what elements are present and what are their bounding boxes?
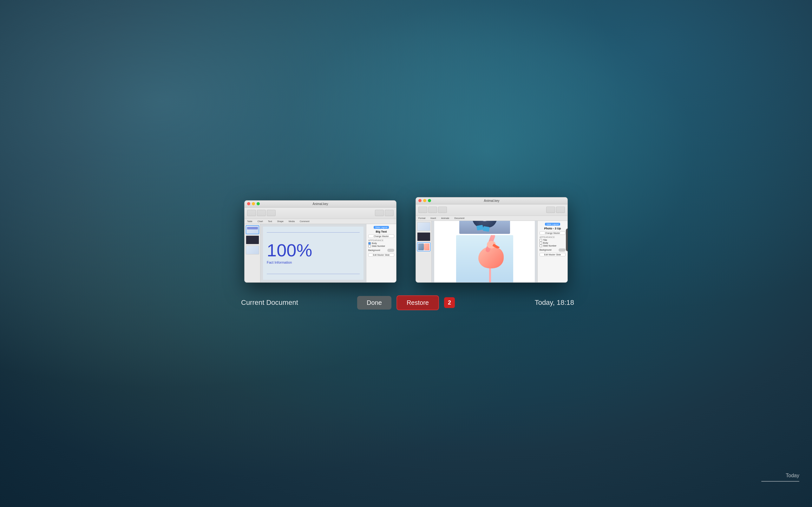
edit-master-btn-restored[interactable]: Edit Master Slide	[540, 253, 565, 257]
body-checkbox-current[interactable]	[368, 242, 371, 245]
toolbar-btn-1[interactable]	[247, 210, 256, 216]
window-title-restored: Animal.key	[484, 199, 500, 203]
minimize-button-restored[interactable]	[423, 199, 426, 202]
menu-item-table[interactable]: Table	[247, 220, 252, 222]
format-menu-item[interactable]: Format	[418, 217, 425, 219]
format-tabs-current: Slide Layout	[368, 226, 394, 229]
close-button-restored[interactable]	[418, 199, 421, 202]
restored-document-window[interactable]: Animal.key For	[415, 197, 568, 283]
menu-item-chart[interactable]: Chart	[258, 220, 263, 222]
slide-main-current: 100% Fact Information	[260, 224, 366, 282]
restored-date-label: Today, 18:18	[535, 298, 574, 307]
insert-menu-item[interactable]: Insert	[430, 217, 436, 219]
slide-thumb-2-restored[interactable]	[417, 232, 430, 241]
documents-area: Animal.key Tab	[244, 197, 568, 283]
nav-arrow-down[interactable]	[566, 240, 568, 251]
menu-row-current: Table Chart Text Shape Media Comment	[245, 219, 396, 224]
photo-bird	[459, 221, 510, 234]
format-title-row-restored: Title	[540, 239, 565, 241]
slide-main-restored	[432, 221, 537, 282]
menu-item-media[interactable]: Media	[289, 220, 295, 222]
body-label-restored: Body	[543, 242, 548, 244]
slide-number-checkbox-restored[interactable]	[540, 245, 542, 247]
toolbar-btn-r4[interactable]	[546, 207, 555, 213]
background-toggle-restored[interactable]	[559, 248, 565, 251]
slide-thumb-1-restored[interactable]	[417, 222, 430, 231]
maximize-button-current[interactable]	[257, 202, 260, 205]
nav-arrows-container: 1	[566, 228, 568, 251]
menu-item-shape[interactable]: Shape	[277, 220, 284, 222]
format-body-row-current: Body	[368, 242, 394, 245]
format-tab-slide-layout-restored[interactable]: Slide Layout	[545, 223, 560, 226]
toolbar-group-right-restored	[546, 207, 565, 213]
nav-arrow-up[interactable]	[566, 228, 568, 240]
menu-item-text[interactable]: Text	[268, 220, 272, 222]
format-master-name-restored: Photo - 3 Up	[540, 227, 565, 230]
slide-thumb-2-current[interactable]	[246, 235, 259, 244]
format-tab-slide-layout[interactable]: Slide Layout	[374, 226, 389, 229]
toolbar-btn-5[interactable]	[385, 210, 394, 216]
toolbar-btn-r3[interactable]	[438, 207, 447, 213]
slide-canvas-current: 100% Fact Information	[263, 227, 363, 280]
format-appearance-label-current: Appearance	[368, 239, 394, 241]
background-label-restored: Background	[540, 249, 551, 251]
animate-menu-item[interactable]: Animate	[441, 217, 450, 219]
edit-master-btn-current[interactable]: Edit Master Slide	[368, 253, 394, 257]
toolbar-btn-r1[interactable]	[418, 207, 427, 213]
maximize-button-restored[interactable]	[428, 199, 431, 202]
change-master-btn-restored[interactable]: Change Master	[540, 231, 565, 235]
toolbar-btn-r5[interactable]	[556, 207, 565, 213]
slide-number-label-restored: Slide Number	[543, 245, 556, 247]
format-background-row-restored: Background	[540, 248, 565, 251]
format-slide-number-row-restored: Slide Number	[540, 245, 565, 247]
toolbar-group-left-restored	[418, 207, 447, 213]
format-slide-number-row-current: Slide Number	[368, 245, 394, 247]
format-panel-current: Slide Layout Big Text Change Master Appe…	[366, 224, 396, 282]
current-document-window[interactable]: Animal.key Tab	[244, 200, 397, 283]
slide-panel-restored	[416, 221, 432, 282]
toolbar-btn-4[interactable]	[375, 210, 384, 216]
close-button-current[interactable]	[247, 202, 250, 205]
window-toolbar-current	[245, 208, 396, 219]
body-label-current: Body	[372, 242, 377, 244]
bottom-area: Current Document Done Restore 2 Today, 1…	[232, 295, 580, 310]
format-appearance-label-restored: Appearance	[540, 236, 565, 238]
restore-button[interactable]: Restore	[397, 295, 439, 310]
background-label-current: Background	[368, 249, 380, 251]
minimize-button-current[interactable]	[252, 202, 255, 205]
window-titlebar-current: Animal.key	[245, 201, 396, 208]
toolbar-group-right	[375, 210, 394, 216]
version-browser: Animal.key Tab	[0, 0, 812, 507]
nav-arrows-stack	[566, 228, 568, 251]
restore-count-badge: 2	[444, 297, 455, 308]
toolbar-group-left	[247, 210, 275, 216]
window-toolbar-restored	[416, 205, 567, 216]
format-tabs-restored: Slide Layout	[540, 223, 565, 226]
background-toggle-current[interactable]	[387, 249, 394, 252]
slide-thumb-3-restored[interactable]	[417, 242, 430, 251]
slide-fact-label: Fact Information	[267, 261, 360, 264]
slide-thumb-1-current[interactable]	[246, 225, 259, 234]
toolbar-btn-r2[interactable]	[428, 207, 437, 213]
window-title-current: Animal.key	[313, 202, 328, 206]
body-checkbox-restored[interactable]	[540, 242, 542, 244]
window-titlebar-restored: Animal.key	[416, 198, 567, 205]
slide-percentage-text: 100%	[267, 241, 360, 259]
current-document-label: Current Document	[241, 298, 298, 307]
toolbar-btn-3[interactable]	[267, 210, 275, 216]
change-master-btn-current[interactable]: Change Master	[368, 234, 394, 238]
title-label-restored: Title	[543, 239, 547, 241]
toolbar-btn-2[interactable]	[257, 210, 266, 216]
slide-number-checkbox-current[interactable]	[368, 245, 371, 247]
slide-divider-bottom	[267, 274, 360, 274]
format-background-row-current: Background	[368, 249, 394, 252]
document-menu-item[interactable]: Document	[454, 217, 464, 219]
format-master-name-current: Big Text	[368, 230, 394, 233]
menu-item-comment[interactable]: Comment	[300, 220, 309, 222]
slide-divider-top	[267, 232, 360, 233]
done-button[interactable]: Done	[357, 296, 392, 309]
slide-panel-current	[245, 224, 260, 282]
slide-thumb-3-current[interactable]	[246, 245, 259, 255]
title-checkbox-restored[interactable]	[540, 239, 542, 241]
traffic-lights-restored	[418, 199, 431, 202]
